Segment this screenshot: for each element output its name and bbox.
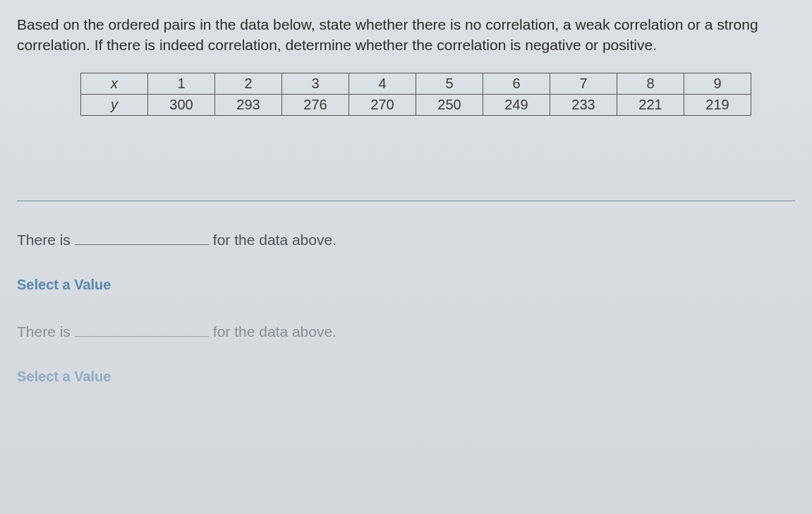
answer-line-1: There is for the data above. <box>17 229 795 249</box>
answer-block-2: There is for the data above. Select a Va… <box>17 321 795 385</box>
section-divider <box>17 201 795 201</box>
y-cell: 249 <box>483 94 550 115</box>
answer-line-2: There is for the data above. <box>17 321 795 340</box>
data-table: x 1 2 3 4 5 6 7 8 9 y 300 293 276 270 25… <box>80 73 751 116</box>
select-value-2[interactable]: Select a Value <box>17 369 795 385</box>
y-cell: 270 <box>349 94 416 115</box>
answer1-prefix: There is <box>17 232 71 249</box>
x-cell: 6 <box>483 73 550 94</box>
select-value-1[interactable]: Select a Value <box>17 277 795 293</box>
table-row-x: x 1 2 3 4 5 6 7 8 9 <box>81 73 751 94</box>
data-table-container: x 1 2 3 4 5 6 7 8 9 y 300 293 276 270 25… <box>17 73 795 116</box>
y-label-cell: y <box>81 94 148 115</box>
x-cell: 5 <box>416 73 483 94</box>
y-cell: 293 <box>215 94 282 115</box>
question-prompt: Based on the ordered pairs in the data b… <box>17 14 795 56</box>
x-label-cell: x <box>81 73 148 94</box>
x-cell: 2 <box>215 73 282 94</box>
table-row-y: y 300 293 276 270 250 249 233 221 219 <box>81 94 751 115</box>
y-cell: 300 <box>148 94 215 115</box>
x-cell: 9 <box>684 73 751 94</box>
answer-block-1: There is for the data above. Select a Va… <box>17 229 795 293</box>
y-cell: 250 <box>416 94 483 115</box>
x-cell: 3 <box>282 73 349 94</box>
answer2-prefix: There is <box>17 323 71 340</box>
answer2-suffix: for the data above. <box>213 323 337 340</box>
y-cell: 233 <box>550 94 617 115</box>
x-cell: 8 <box>617 73 684 94</box>
x-cell: 7 <box>550 73 617 94</box>
y-cell: 276 <box>282 94 349 115</box>
answer2-blank[interactable] <box>75 321 209 337</box>
x-cell: 4 <box>349 73 416 94</box>
answer1-blank[interactable] <box>75 229 209 245</box>
x-cell: 1 <box>148 73 215 94</box>
y-cell: 219 <box>684 94 751 115</box>
y-cell: 221 <box>617 94 684 115</box>
answer1-suffix: for the data above. <box>213 232 337 249</box>
